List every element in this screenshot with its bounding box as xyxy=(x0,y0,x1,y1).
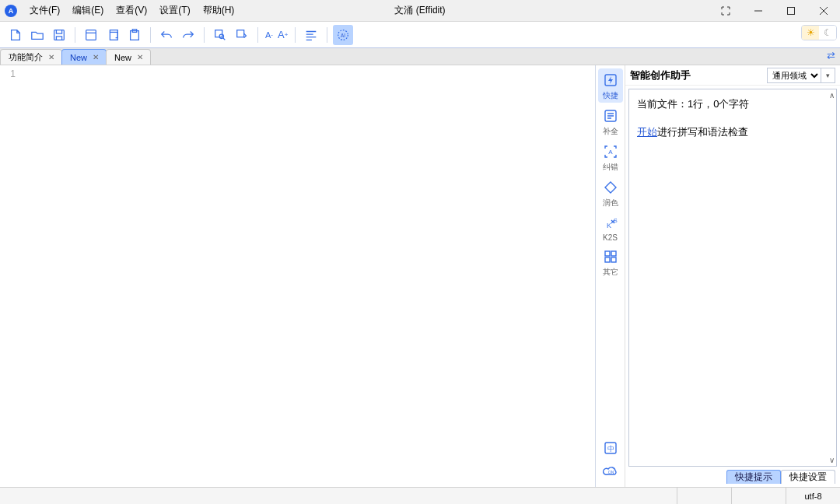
svg-text:S: S xyxy=(614,218,618,223)
svg-rect-2 xyxy=(86,30,96,40)
svg-rect-8 xyxy=(237,30,244,37)
svg-rect-1 xyxy=(54,30,65,40)
grammar-check-line: 开始进行拼写和语法检查 xyxy=(637,125,828,139)
svg-text:中: 中 xyxy=(607,445,614,453)
line-gutter: 1 xyxy=(0,65,22,487)
menu-bar: 文件(F) 编辑(E) 查看(V) 设置(T) 帮助(H) xyxy=(25,2,239,19)
lightning-icon xyxy=(602,72,619,89)
font-increase-button[interactable]: A+ xyxy=(276,25,289,45)
fullscreen-button[interactable] xyxy=(709,0,742,21)
align-button[interactable] xyxy=(301,25,321,45)
status-cell-2 xyxy=(731,488,786,504)
paste-button[interactable] xyxy=(124,25,145,45)
tab-quick-hint[interactable]: 快捷提示 xyxy=(726,470,781,484)
status-bar: utf-8 xyxy=(0,487,840,504)
app-logo: A xyxy=(5,5,17,17)
editor-pane: 1 xyxy=(0,65,596,487)
start-link[interactable]: 开始 xyxy=(637,126,657,138)
tab-label: 功能简介 xyxy=(9,51,43,63)
rail-label: 其它 xyxy=(603,267,618,278)
new-file-button[interactable] xyxy=(5,25,26,45)
status-encoding: utf-8 xyxy=(786,488,840,504)
rail-label: 快捷 xyxy=(603,90,618,101)
rail-label: K2S xyxy=(603,233,618,242)
rail-quick[interactable]: 快捷 xyxy=(598,68,623,103)
scroll-down-icon[interactable]: ∨ xyxy=(829,456,835,464)
rail-correct[interactable]: A 纠错 xyxy=(598,140,623,174)
cloud-sync-button[interactable]: ON xyxy=(601,462,620,481)
text-editor[interactable] xyxy=(22,65,595,487)
title-bar: A 文件(F) 编辑(E) 查看(V) 设置(T) 帮助(H) 文涌 (Effi… xyxy=(0,0,840,22)
copy-button[interactable] xyxy=(103,25,123,45)
scroll-up-icon[interactable]: ∧ xyxy=(829,91,835,100)
window-title: 文涌 (Effidit) xyxy=(394,4,445,17)
menu-help[interactable]: 帮助(H) xyxy=(198,2,240,19)
svg-text:AI: AI xyxy=(341,32,345,37)
undo-button[interactable] xyxy=(156,25,177,45)
redo-button[interactable] xyxy=(178,25,198,45)
close-icon[interactable]: ✕ xyxy=(92,53,100,61)
theme-toggle[interactable]: ☀ ☾ xyxy=(801,25,837,40)
chevron-down-icon[interactable]: ▾ xyxy=(821,68,835,83)
assistant-header: 智能创作助手 通用领域 ▾ xyxy=(625,65,840,86)
grammar-check-text: 进行拼写和语法检查 xyxy=(657,126,748,138)
tab-new-2[interactable]: New ✕ xyxy=(106,49,151,65)
compare-icon[interactable]: ⇄ xyxy=(827,50,835,61)
grid-icon xyxy=(602,248,619,265)
svg-rect-3 xyxy=(110,32,117,40)
ai-panel-button[interactable]: AI xyxy=(333,25,353,45)
close-button[interactable] xyxy=(807,0,840,21)
svg-rect-6 xyxy=(215,30,222,37)
close-icon[interactable]: ✕ xyxy=(136,53,144,61)
rail-label: 纠错 xyxy=(603,162,618,173)
svg-text:A: A xyxy=(608,149,613,156)
window-controls xyxy=(709,0,840,21)
tab-label: New xyxy=(114,53,131,62)
assistant-rail: 快捷 补全 A 纠错 润色 KS K2S 其它 中 ON xyxy=(596,65,625,487)
menu-file[interactable]: 文件(F) xyxy=(25,2,65,19)
find-button[interactable] xyxy=(210,25,230,45)
k2s-icon: KS xyxy=(602,215,619,232)
rail-other[interactable]: 其它 xyxy=(598,245,623,279)
open-file-button[interactable] xyxy=(27,25,47,45)
svg-rect-19 xyxy=(611,257,616,262)
diamond-icon xyxy=(602,179,619,196)
svg-text:K: K xyxy=(607,222,611,229)
moon-icon[interactable]: ☾ xyxy=(819,26,836,40)
tab-label: New xyxy=(70,53,87,62)
menu-edit[interactable]: 编辑(E) xyxy=(68,2,108,19)
tab-quick-settings[interactable]: 快捷设置 xyxy=(781,470,835,484)
rail-label: 补全 xyxy=(603,126,618,137)
assistant-body: ∧ 当前文件：1行，0个字符 开始进行拼写和语法检查 ∨ xyxy=(628,89,837,467)
rail-complete[interactable]: 补全 xyxy=(598,104,623,138)
tab-new-1[interactable]: New ✕ xyxy=(61,49,107,65)
svg-text:ON: ON xyxy=(607,470,614,474)
replace-button[interactable] xyxy=(232,25,252,45)
cut-button[interactable] xyxy=(81,25,101,45)
rail-k2s[interactable]: KS K2S xyxy=(598,212,623,243)
line-number: 1 xyxy=(0,68,16,79)
font-decrease-button[interactable]: A- xyxy=(264,25,275,45)
document-tab-bar: 功能简介 ✕ New ✕ New ✕ ⇄ xyxy=(0,48,840,65)
assistant-panel: 智能创作助手 通用领域 ▾ ∧ 当前文件：1行，0个字符 开始进行拼写和语法检查… xyxy=(625,65,840,487)
menu-view[interactable]: 查看(V) xyxy=(111,2,152,19)
domain-select[interactable]: 通用领域 xyxy=(767,68,821,83)
toolbar: A- A+ AI ☀ ☾ xyxy=(0,22,840,48)
svg-rect-17 xyxy=(611,251,616,256)
language-button[interactable]: 中 xyxy=(601,439,620,457)
svg-rect-0 xyxy=(788,7,795,14)
save-file-button[interactable] xyxy=(49,25,69,45)
lines-icon xyxy=(602,107,619,124)
minimize-button[interactable] xyxy=(742,0,775,21)
close-icon[interactable]: ✕ xyxy=(47,53,55,61)
file-info-text: 当前文件：1行，0个字符 xyxy=(637,97,828,111)
workspace: 1 快捷 补全 A 纠错 润色 KS K2S 其它 中 xyxy=(0,65,840,487)
maximize-button[interactable] xyxy=(775,0,807,21)
tab-intro[interactable]: 功能简介 ✕ xyxy=(0,49,62,65)
scan-text-icon: A xyxy=(602,143,619,160)
sun-icon[interactable]: ☀ xyxy=(802,26,819,40)
assistant-title: 智能创作助手 xyxy=(630,68,691,82)
svg-rect-18 xyxy=(605,257,610,262)
rail-polish[interactable]: 润色 xyxy=(598,176,623,210)
menu-settings[interactable]: 设置(T) xyxy=(155,2,194,19)
